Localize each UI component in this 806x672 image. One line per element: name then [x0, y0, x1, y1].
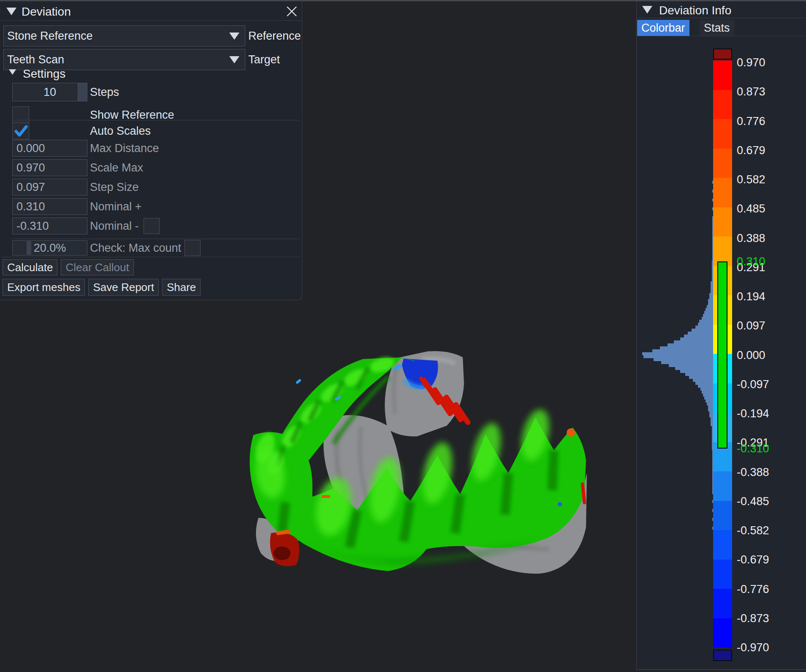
histogram-bar	[706, 400, 713, 403]
histogram-bar	[712, 500, 713, 503]
reference-dropdown[interactable]: Stone Reference	[3, 25, 245, 46]
histogram-bar	[712, 476, 713, 479]
histogram-bar	[707, 305, 713, 308]
histogram-bar	[643, 355, 713, 358]
colorbar-segment	[713, 149, 732, 178]
histogram-bar	[711, 423, 713, 426]
histogram-bar	[712, 219, 713, 222]
colorbar-segment	[713, 618, 732, 648]
nominal-input[interactable]: 0.310	[12, 198, 87, 215]
histogram-bar	[708, 408, 713, 411]
above-max-swatch	[713, 49, 732, 60]
close-icon[interactable]	[286, 6, 297, 17]
colorbar-tick: 0.194	[737, 290, 765, 303]
histogram-bar	[711, 284, 713, 287]
spinner-handle[interactable]	[78, 83, 87, 101]
nominal-checkbox[interactable]	[144, 218, 160, 234]
histogram-bar	[669, 364, 713, 367]
histogram-bar	[689, 376, 713, 379]
reference-label: Reference	[248, 25, 301, 46]
steps-input[interactable]: 10	[12, 83, 87, 101]
share-button[interactable]: Share	[162, 279, 201, 296]
steps-label: Steps	[90, 84, 119, 101]
histogram-bar	[712, 181, 713, 184]
input-value: 0.097	[16, 181, 45, 193]
histogram-bar	[699, 320, 713, 323]
histogram-bar	[712, 228, 713, 231]
histogram-bar	[712, 249, 713, 252]
histogram-bar	[654, 358, 713, 361]
scale-max-label: Scale Max	[90, 159, 143, 176]
colorbar-segment	[713, 471, 732, 501]
auto-scales-checkbox[interactable]	[12, 122, 29, 139]
chevron-down-icon	[229, 33, 239, 40]
below-min-swatch	[713, 650, 732, 661]
divider	[637, 36, 806, 36]
nominal-label: Nominal +	[90, 198, 141, 215]
chevron-down-icon	[229, 56, 239, 63]
histogram-bar	[712, 473, 713, 476]
histogram-bar	[712, 465, 713, 468]
tab-colorbar[interactable]: Colorbar	[637, 20, 689, 36]
histogram-bar	[712, 269, 713, 272]
histogram-bar	[652, 349, 713, 352]
histogram-bar	[712, 485, 713, 488]
divider	[12, 120, 299, 120]
scale-max-input[interactable]: 0.970	[12, 159, 87, 176]
calculate-button[interactable]: Calculate	[3, 259, 57, 275]
histogram-bar	[702, 317, 713, 320]
max-count-percent-input[interactable]: 20.0%	[12, 240, 87, 256]
histogram-bar	[712, 456, 713, 459]
max-count-label: Check: Max count	[90, 239, 181, 256]
histogram-bar	[712, 479, 713, 482]
histogram-bar	[712, 518, 713, 521]
histogram-bar	[712, 264, 713, 267]
histogram-bar	[711, 417, 713, 420]
histogram-bar	[709, 296, 713, 299]
histogram-bar	[712, 447, 713, 450]
histogram-bar	[712, 258, 713, 261]
histogram-bar	[709, 414, 713, 417]
histogram-bar	[712, 527, 713, 530]
target-label: Target	[248, 49, 280, 70]
histogram-bar	[712, 432, 713, 435]
input-value: -0.310	[16, 220, 49, 232]
histogram-bar	[712, 261, 713, 264]
colorbar-tick: 0.679	[737, 144, 765, 157]
nominal-input[interactable]: -0.310	[12, 218, 87, 234]
colorbar-tick: 0.582	[737, 173, 765, 186]
show-reference-label: Show Reference	[90, 106, 174, 123]
histogram-bar	[712, 462, 713, 465]
settings-collapse-triangle-icon[interactable]	[9, 69, 16, 75]
histogram-bar	[675, 367, 713, 370]
histogram-bar	[695, 382, 713, 385]
percent-slider-thumb[interactable]	[27, 241, 31, 255]
show-reference-checkbox[interactable]	[12, 106, 29, 123]
save-report-button[interactable]: Save Report	[88, 279, 159, 296]
colorbar-tick: -0.097	[737, 378, 769, 391]
export-meshes-button[interactable]: Export meshes	[3, 279, 85, 296]
collapse-triangle-icon[interactable]	[6, 8, 16, 15]
max-count-checkbox[interactable]	[185, 240, 201, 256]
percent-value: 20.0%	[34, 242, 66, 254]
collapse-triangle-icon[interactable]	[642, 6, 652, 14]
histogram-bar	[712, 459, 713, 462]
histogram-bar	[708, 302, 713, 305]
input-value: 0.000	[16, 142, 45, 155]
step-size-input[interactable]: 0.097	[12, 179, 87, 196]
histogram-bar	[712, 468, 713, 471]
histogram-bar	[711, 281, 713, 284]
colorbar-segment	[713, 589, 732, 618]
max-distance-input[interactable]: 0.000	[12, 140, 87, 157]
histogram-bar	[712, 246, 713, 249]
histogram-bar	[712, 190, 713, 193]
clear-callout-button[interactable]: Clear Callout	[61, 259, 133, 275]
tab-stats[interactable]: Stats	[700, 20, 734, 36]
auto-scales-label: Auto Scales	[90, 122, 151, 139]
divider	[637, 18, 806, 18]
colorbar-tick: 0.097	[737, 319, 765, 332]
histogram-bar	[712, 272, 713, 275]
histogram-bar	[712, 450, 713, 453]
histogram-bar	[706, 308, 713, 311]
input-value: 0.310	[16, 200, 45, 213]
